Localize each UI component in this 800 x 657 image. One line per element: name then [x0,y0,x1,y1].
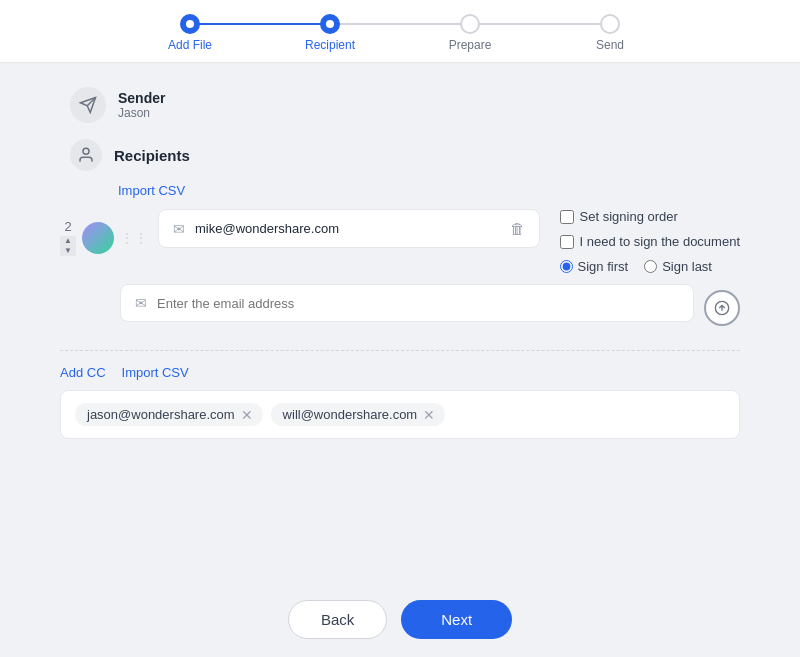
recipient-1-number: 2 [64,219,71,234]
signing-options: Set signing order I need to sign the doc… [560,209,740,274]
step-recipient[interactable]: Recipient [260,14,400,52]
sender-section: Sender Jason [70,87,740,123]
section-divider [60,350,740,351]
cc-tag-1-email: will@wondershare.com [283,407,418,422]
step-prepare[interactable]: Prepare [400,14,540,52]
sign-last-radio[interactable] [644,260,657,273]
set-signing-order-label: Set signing order [580,209,678,224]
step-send-label: Send [596,38,624,52]
upload-icon-button[interactable] [704,290,740,326]
drag-handle[interactable]: ⋮⋮ [120,230,148,246]
next-button[interactable]: Next [401,600,512,639]
recipient-1-email-input[interactable] [195,221,500,236]
cc-import-csv-link[interactable]: Import CSV [122,365,189,380]
back-button[interactable]: Back [288,600,387,639]
email-icon: ✉ [173,221,185,237]
recipient-1-email-card: ✉ 🗑 [158,209,540,248]
step-recipient-label: Recipient [305,38,355,52]
step-prepare-label: Prepare [449,38,492,52]
step-send-circle [600,14,620,34]
recipient-2-email-icon: ✉ [135,295,147,311]
spin-down-button[interactable]: ▼ [60,246,76,256]
i-need-to-sign-label: I need to sign the document [580,234,740,249]
cc-card: jason@wondershare.com ✕ will@wondershare… [60,390,740,439]
sender-icon [70,87,106,123]
sender-name: Jason [118,106,165,120]
step-add-file-label: Add File [168,38,212,52]
sign-order-radio-row: Sign first Sign last [560,259,712,274]
recipients-label: Recipients [114,147,190,164]
stepper: Add File Recipient Prepare Send [0,0,800,63]
set-signing-order-checkbox[interactable] [560,210,574,224]
content-wrapper: Sender Jason Recipients Import CSV 2 [60,87,740,439]
sign-first-label: Sign first [578,259,629,274]
i-need-to-sign-option[interactable]: I need to sign the document [560,234,740,249]
import-csv-link[interactable]: Import CSV [118,183,185,198]
step-send[interactable]: Send [540,14,680,52]
spin-up-button[interactable]: ▲ [60,236,76,246]
step-add-file-circle [180,14,200,34]
set-signing-order-option[interactable]: Set signing order [560,209,678,224]
svg-point-1 [326,20,334,28]
step-recipient-circle [320,14,340,34]
cc-tag-1-remove[interactable]: ✕ [423,408,435,422]
recipient-2-wrapper: ✉ [60,284,740,326]
recipient-1-wrapper: 2 ▲ ▼ ⋮⋮ ✉ 🗑 Set signing ord [60,209,740,274]
i-need-to-sign-checkbox[interactable] [560,235,574,249]
sign-first-radio[interactable] [560,260,573,273]
sign-first-option[interactable]: Sign first [560,259,629,274]
cc-tag-0: jason@wondershare.com ✕ [75,403,263,426]
sender-info: Sender Jason [118,90,165,120]
cc-tag-0-email: jason@wondershare.com [87,407,235,422]
recipient-1-left-controls: 2 ▲ ▼ ⋮⋮ [60,219,148,256]
sign-last-label: Sign last [662,259,712,274]
cc-tag-1: will@wondershare.com ✕ [271,403,446,426]
spin-buttons[interactable]: ▲ ▼ [60,236,76,256]
recipient-1-number-box: 2 ▲ ▼ [60,219,76,256]
cc-tag-0-remove[interactable]: ✕ [241,408,253,422]
svg-point-0 [186,20,194,28]
recipient-2-email-card: ✉ [120,284,694,322]
step-add-file[interactable]: Add File [120,14,260,52]
cc-links: Add CC Import CSV [60,365,740,380]
svg-point-4 [83,148,89,154]
recipients-icon [70,139,102,171]
step-prepare-circle [460,14,480,34]
sender-label: Sender [118,90,165,106]
sign-last-option[interactable]: Sign last [644,259,712,274]
recipient-1-delete-icon[interactable]: 🗑 [510,220,525,237]
recipient-2-email-input[interactable] [157,296,679,311]
main-content: Sender Jason Recipients Import CSV 2 [0,63,800,588]
recipient-1-avatar [82,222,114,254]
bottom-bar: Back Next [0,588,800,657]
add-cc-link[interactable]: Add CC [60,365,106,380]
